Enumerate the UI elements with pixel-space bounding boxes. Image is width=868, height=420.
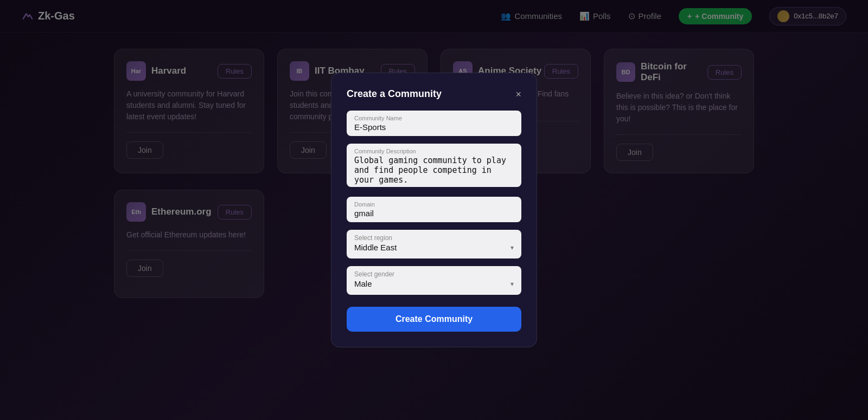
modal-close-button[interactable]: × xyxy=(515,89,521,99)
gender-value-row: Male ▾ xyxy=(354,279,514,288)
region-chevron-icon: ▾ xyxy=(510,244,514,251)
domain-input[interactable] xyxy=(347,197,521,222)
region-select-group[interactable]: Select region Middle East ▾ xyxy=(347,230,521,259)
gender-chevron-icon: ▾ xyxy=(510,280,514,288)
create-community-modal: Create a Community × Community Name Comm… xyxy=(331,73,537,347)
gender-value: Male xyxy=(354,279,372,288)
region-value: Middle East xyxy=(354,243,397,252)
community-name-group: Community Name xyxy=(347,111,521,136)
gender-select-group[interactable]: Select gender Male ▾ xyxy=(347,266,521,295)
create-community-button[interactable]: Create Community xyxy=(347,307,521,332)
community-desc-group: Community Description xyxy=(347,144,521,189)
region-value-row: Middle East ▾ xyxy=(354,243,514,252)
modal-header: Create a Community × xyxy=(347,88,521,100)
region-label: Select region xyxy=(354,234,514,242)
domain-group: Domain xyxy=(347,197,521,222)
community-name-input[interactable] xyxy=(347,111,521,136)
community-desc-input[interactable] xyxy=(347,144,521,187)
modal-overlay: Create a Community × Community Name Comm… xyxy=(0,0,868,420)
gender-label: Select gender xyxy=(354,270,514,278)
modal-title: Create a Community xyxy=(347,88,442,100)
